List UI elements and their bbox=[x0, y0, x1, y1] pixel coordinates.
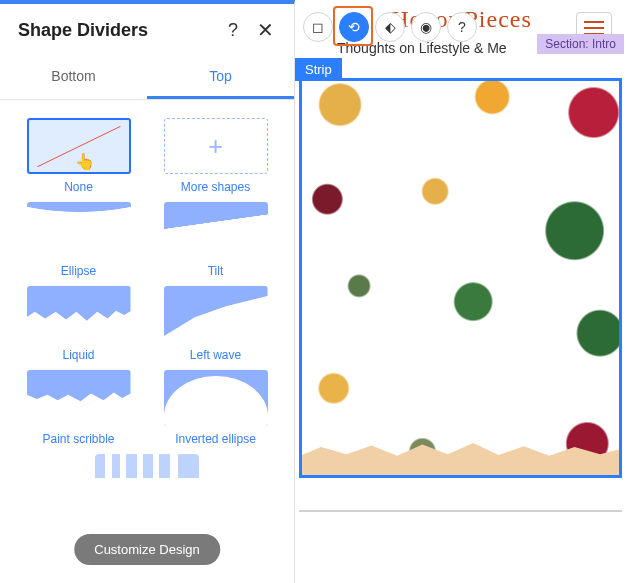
option-tilt[interactable]: Tilt bbox=[164, 202, 268, 278]
option-more-shapes[interactable]: + More shapes bbox=[164, 118, 268, 194]
editor-toolbar: ◻ ⟲ ⬖ ◉ ? bbox=[303, 12, 477, 42]
ellipse-tile bbox=[27, 202, 131, 258]
leftwave-tile bbox=[164, 286, 268, 342]
preview-background bbox=[302, 81, 619, 475]
stop-icon: ◻ bbox=[312, 19, 324, 35]
shape-dividers-panel: Shape Dividers ? ✕ Bottom Top 👆 None + M… bbox=[0, 0, 295, 583]
panel-title: Shape Dividers bbox=[18, 20, 212, 41]
toolbar-rotate-button[interactable]: ⟲ bbox=[339, 12, 369, 42]
customize-design-button[interactable]: Customize Design bbox=[74, 534, 220, 565]
option-none-label: None bbox=[64, 180, 93, 194]
toolbar-visibility-button[interactable]: ◉ bbox=[411, 12, 441, 42]
cursor-icon: 👆 bbox=[75, 152, 95, 171]
hamburger-icon bbox=[584, 27, 604, 29]
none-tile: 👆 bbox=[27, 118, 131, 174]
section-label[interactable]: Section: Intro bbox=[537, 34, 624, 54]
shape-grid: 👆 None + More shapes Ellipse Tilt Liquid… bbox=[0, 100, 294, 548]
option-tilt-label: Tilt bbox=[208, 264, 224, 278]
paint-tile bbox=[27, 370, 131, 426]
option-inverted-ellipse[interactable]: Inverted ellipse bbox=[164, 370, 268, 446]
toolbar-stop-button[interactable]: ◻ bbox=[303, 12, 333, 42]
option-paint[interactable]: Paint scribble bbox=[27, 370, 131, 446]
option-leftwave-label: Left wave bbox=[190, 348, 241, 362]
option-inv-ellipse-label: Inverted ellipse bbox=[175, 432, 256, 446]
option-liquid[interactable]: Liquid bbox=[27, 286, 131, 362]
plus-icon: + bbox=[208, 133, 223, 159]
toolbar-arrows-button[interactable]: ⬖ bbox=[375, 12, 405, 42]
toolbar-help-button[interactable]: ? bbox=[447, 12, 477, 42]
strip-preview[interactable] bbox=[299, 78, 622, 478]
option-more-label: More shapes bbox=[181, 180, 250, 194]
option-paint-label: Paint scribble bbox=[42, 432, 114, 446]
panel-header: Shape Dividers ? ✕ bbox=[0, 4, 294, 56]
tilt-tile bbox=[164, 202, 268, 258]
preview-area: Honor Pieces Thoughts on Lifestyle & Me … bbox=[295, 0, 628, 583]
arrows-icon: ⬖ bbox=[385, 19, 396, 35]
rotate-icon: ⟲ bbox=[348, 19, 360, 35]
inv-ellipse-tile bbox=[164, 370, 268, 426]
help-button[interactable]: ? bbox=[222, 20, 244, 41]
liquid-tile bbox=[27, 286, 131, 342]
option-none[interactable]: 👆 None bbox=[27, 118, 131, 194]
preview-next-section bbox=[299, 510, 622, 560]
tab-top[interactable]: Top bbox=[147, 56, 294, 99]
option-leftwave[interactable]: Left wave bbox=[164, 286, 268, 362]
option-ellipse-label: Ellipse bbox=[61, 264, 96, 278]
help-icon: ? bbox=[458, 19, 466, 35]
more-tile: + bbox=[164, 118, 268, 174]
tab-bottom[interactable]: Bottom bbox=[0, 56, 147, 99]
eye-icon: ◉ bbox=[420, 19, 432, 35]
close-button[interactable]: ✕ bbox=[254, 18, 276, 42]
tabs: Bottom Top bbox=[0, 56, 294, 100]
option-liquid-label: Liquid bbox=[62, 348, 94, 362]
option-ellipse[interactable]: Ellipse bbox=[27, 202, 131, 278]
option-extra-peek[interactable] bbox=[95, 454, 199, 478]
